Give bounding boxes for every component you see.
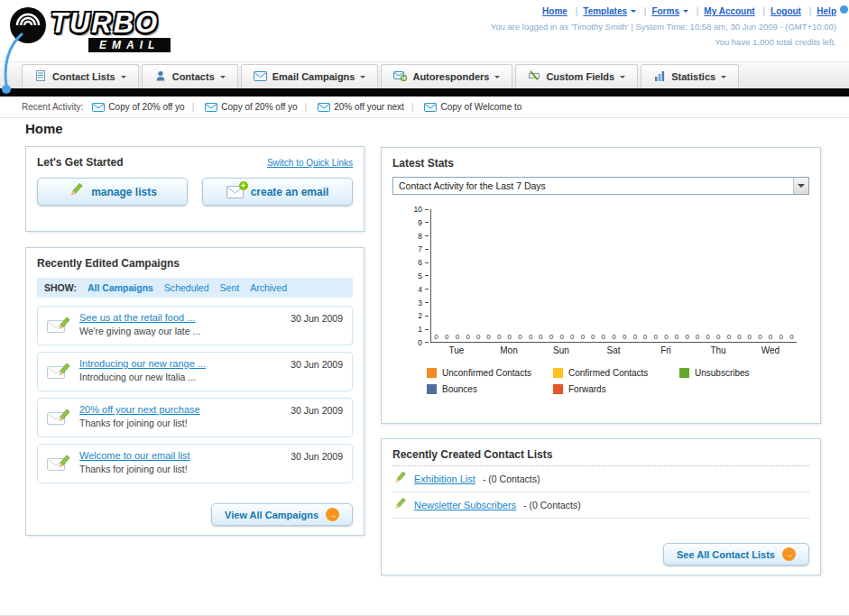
campaign-title-link[interactable]: See us at the retail food ...: [79, 312, 289, 323]
campaign-edit-icon: [47, 317, 70, 339]
recent-activity-item[interactable]: Copy of 20% off yo: [185, 102, 298, 112]
main-nav: Contact Lists Contacts Email Campaigns A…: [0, 61, 849, 88]
campaign-title-link[interactable]: Welcome to our email list: [79, 450, 289, 461]
turbo-email-logo: TURBO EMAIL: [9, 4, 262, 58]
contact-lists-icon: [34, 69, 47, 84]
chart-x-label: Mon: [483, 345, 535, 355]
chart-day-group: 0 0 0 0 0: [431, 209, 484, 342]
chart-data-labels: 0 0 0 0 0: [486, 333, 532, 342]
envelope-icon: [318, 103, 330, 112]
create-email-button[interactable]: + create an email: [202, 178, 353, 206]
switch-quick-links[interactable]: Switch to Quick Links: [267, 158, 353, 168]
campaign-edit-icon: [47, 455, 70, 477]
legend-label: Forwards: [568, 384, 606, 394]
chevron-down-icon: [620, 76, 625, 81]
chart-x-axis: TueMonSunSatFriThuWed: [430, 345, 797, 355]
recent-activity-label: Recent Activity:: [22, 102, 83, 112]
campaign-title-link[interactable]: 20% off your next purchase: [79, 404, 289, 415]
contact-list-row[interactable]: Exhibition List - (0 Contacts): [392, 466, 809, 492]
campaign-subject: Thanks for joining our list!: [79, 418, 289, 428]
contacts-icon: [154, 69, 167, 84]
contact-list-link[interactable]: Newsletter Subscribers: [414, 500, 516, 510]
campaign-row[interactable]: See us at the retail food ... We're givi…: [37, 306, 353, 345]
filter-scheduled[interactable]: Scheduled: [164, 282, 209, 293]
manage-lists-label: manage lists: [91, 186, 157, 198]
filter-archived[interactable]: Archived: [250, 282, 287, 293]
logo-wordmark: TURBO: [51, 7, 159, 40]
legend-swatch: [553, 368, 563, 378]
header-link-help[interactable]: Help: [817, 6, 836, 16]
chevron-down-icon: [360, 76, 365, 81]
header-link-my-account[interactable]: My Account: [704, 6, 754, 16]
show-label: SHOW:: [44, 282, 77, 293]
contact-list-row[interactable]: Newsletter Subscribers - (0 Contacts): [392, 492, 809, 519]
recent-activity-item[interactable]: Copy of Welcome to: [404, 102, 521, 112]
campaign-row[interactable]: 20% off your next purchase Thanks for jo…: [37, 398, 353, 437]
chart-x-label: Sat: [587, 345, 640, 355]
campaign-title-link[interactable]: Introducing our new range ...: [79, 358, 289, 369]
header-link-templates[interactable]: Templates: [583, 6, 636, 16]
chevron-down-icon: [494, 76, 500, 81]
campaign-date: 30 Jun 2009: [291, 405, 343, 416]
campaign-subject: Introducing our new Italia ...: [79, 372, 289, 382]
header-link-logout[interactable]: Logout: [771, 6, 801, 16]
pencil-icon: [392, 497, 407, 513]
chart-data-labels: 0 0 0 0 0: [696, 333, 742, 342]
recent-campaigns-panel: Recently Edited Campaigns SHOW: All Camp…: [25, 247, 365, 536]
chart-x-label: Fri: [640, 345, 692, 355]
nav-tab-email-campaigns[interactable]: Email Campaigns: [241, 64, 379, 88]
header-link-forms[interactable]: Forms: [651, 6, 688, 16]
legend-swatch: [679, 368, 689, 378]
campaign-edit-icon: [47, 363, 70, 385]
nav-tab-label: Custom Fields: [546, 71, 614, 82]
create-email-label: create an email: [251, 186, 329, 198]
legend-label: Unconfirmed Contacts: [442, 368, 531, 378]
manage-lists-button[interactable]: manage lists: [37, 178, 188, 206]
nav-tab-contact-lists[interactable]: Contact Lists: [22, 64, 139, 88]
campaign-filter-bar: SHOW: All Campaigns Scheduled Sent Archi…: [37, 278, 353, 298]
recent-activity-item[interactable]: Copy of 20% off yo: [92, 102, 184, 112]
nav-tab-statistics[interactable]: Statistics: [641, 64, 739, 88]
chart-x-label: Wed: [744, 345, 797, 355]
nav-tab-label: Contacts: [172, 71, 215, 82]
campaign-row[interactable]: Welcome to our email list Thanks for joi…: [37, 444, 353, 483]
header-meta: Home Templates Forms My Account Logout H…: [491, 5, 836, 49]
filter-all-campaigns[interactable]: All Campaigns: [88, 282, 153, 293]
recent-activity-text: Copy of 20% off yo: [108, 102, 184, 112]
chevron-down-icon: [683, 10, 688, 15]
nav-tab-autoresponders[interactable]: Autoresponders: [381, 64, 512, 88]
envelope-icon: [92, 103, 105, 112]
campaign-date: 30 Jun 2009: [291, 359, 343, 370]
stats-range-select[interactable]: Contact Activity for the Last 7 Days: [392, 177, 809, 195]
content-area: Home Let's Get Started Switch to Quick L…: [0, 118, 849, 614]
campaign-row[interactable]: Introducing our new range ... Introducin…: [37, 352, 353, 391]
arrow-right-icon: →: [782, 547, 796, 561]
chevron-down-icon: [631, 10, 636, 15]
header-link-home[interactable]: Home: [542, 6, 568, 16]
campaign-subject: We're giving away our late ...: [79, 326, 289, 336]
envelope-plus-icon: +: [226, 186, 244, 198]
contact-list-link[interactable]: Exhibition List: [414, 473, 475, 484]
recent-activity-item[interactable]: 20% off your next: [298, 102, 404, 112]
chart-plot-area: 0 0 0 0 00 0 0 0 00 0 0 0 00 0 0 0 00 0 …: [430, 209, 797, 343]
nav-tab-label: Email Campaigns: [272, 71, 355, 82]
contact-list-count: - (0 Contacts): [523, 500, 581, 510]
view-all-campaigns-button[interactable]: View All Campaigns →: [211, 503, 353, 526]
page-title: Home: [25, 121, 63, 136]
campaign-date: 30 Jun 2009: [291, 313, 343, 324]
see-all-contact-lists-button[interactable]: See All Contact Lists →: [663, 543, 809, 565]
chevron-down-icon: [121, 76, 126, 81]
nav-tab-label: Statistics: [671, 71, 715, 82]
latest-stats-panel: Latest Stats Contact Activity for the La…: [381, 147, 821, 424]
nav-tab-contacts[interactable]: Contacts: [142, 64, 238, 88]
chart-day-group: 0 0 0 0 0: [588, 209, 641, 342]
contact-lists-panel: Recently Created Contact Lists Exhibitio…: [381, 438, 821, 575]
nav-tab-custom-fields[interactable]: Custom Fields: [515, 64, 638, 88]
chart-data-labels: 0 0 0 0 0: [748, 333, 794, 342]
nav-tab-label: Autoresponders: [412, 71, 489, 82]
header-link-label: Templates: [583, 6, 627, 16]
campaigns-panel-title: Recently Edited Campaigns: [37, 257, 353, 270]
filter-sent[interactable]: Sent: [220, 282, 240, 293]
get-started-title: Let's Get Started: [37, 156, 124, 169]
envelope-icon: [205, 103, 217, 112]
